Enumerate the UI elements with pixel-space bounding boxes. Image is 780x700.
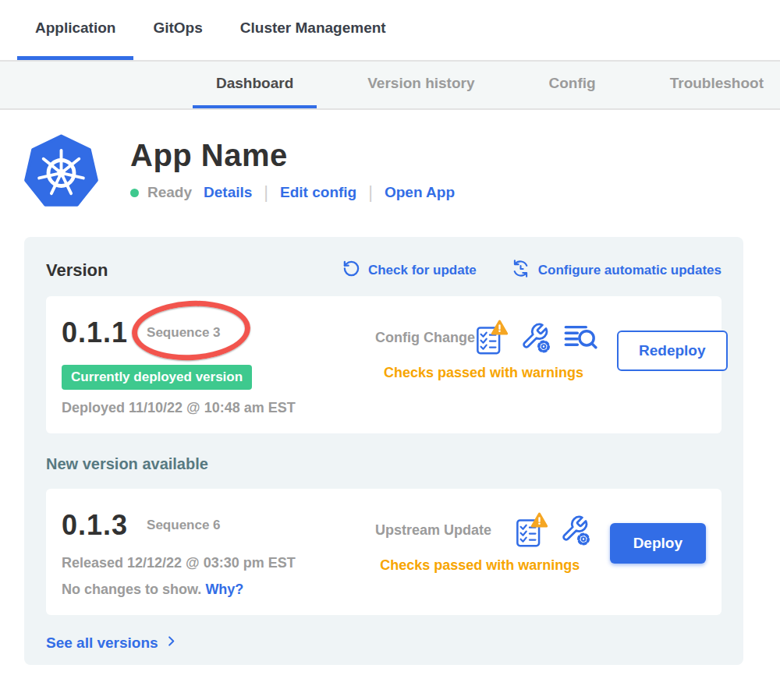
details-link[interactable]: Details [204,184,252,201]
primary-nav: Application GitOps Cluster Management [0,0,780,60]
preflight-checks-icon[interactable] [475,320,508,355]
new-version-heading: New version available [46,455,722,473]
released-timestamp: Released 12/12/22 @ 03:30 pm EST [62,555,327,571]
tab-troubleshoot[interactable]: Troubleshoot [647,62,780,108]
configure-automatic-updates-link[interactable]: Configure automatic updates [511,259,722,282]
status-dot-icon [130,189,139,197]
available-version-number: 0.1.3 [62,509,128,542]
tab-version-history[interactable]: Version history [344,62,498,108]
see-all-versions-link[interactable]: See all versions [46,634,179,652]
open-app-link[interactable]: Open App [385,184,455,201]
preflight-checks-icon[interactable] [515,512,548,548]
no-changes-text: No changes to show. Why? [62,582,327,598]
refresh-icon [342,260,360,281]
version-card-title: Version [46,260,108,281]
why-link[interactable]: Why? [205,582,243,597]
secondary-nav: Dashboard Version history Config Trouble… [0,60,780,110]
file-search-icon[interactable] [564,322,598,353]
current-version-row: 0.1.1 Sequence 3 Currently deployed vers… [46,296,722,433]
version-card: Version Check for update [24,237,743,665]
tab-config[interactable]: Config [526,62,619,108]
wrench-gear-icon[interactable] [520,322,551,353]
checks-status-text: Checks passed with warnings [327,365,609,381]
check-for-update-label: Check for update [368,263,477,278]
see-all-versions-label: See all versions [46,635,158,652]
app-status-label: Ready [147,184,192,201]
version-source-label: Config Change [375,330,475,346]
redeploy-button[interactable]: Redeploy [617,331,728,371]
current-version-number: 0.1.1 [62,316,128,349]
version-source-label: Upstream Update [375,522,491,539]
chevron-right-icon [164,634,179,652]
tab-cluster-management-label: Cluster Management [240,19,386,37]
check-for-update-link[interactable]: Check for update [342,259,477,282]
tab-application[interactable]: Application [17,0,133,60]
link-divider: | [368,182,373,203]
current-version-sequence: Sequence 3 [147,325,221,341]
deployed-version-badge: Currently deployed version [62,365,252,390]
tab-application-label: Application [35,19,115,37]
tab-config-label: Config [549,75,596,92]
deployed-timestamp: Deployed 11/10/22 @ 10:48 am EST [62,400,327,416]
kubernetes-logo-icon [23,133,99,211]
tab-gitops-label: GitOps [153,19,202,37]
tab-dashboard[interactable]: Dashboard [193,62,317,108]
checks-status-text: Checks passed with warnings [327,557,602,574]
tab-dashboard-label: Dashboard [216,75,293,92]
deploy-button[interactable]: Deploy [610,523,706,564]
no-changes-label: No changes to show. [62,582,201,597]
configure-automatic-updates-label: Configure automatic updates [538,263,722,278]
app-header: App Name Ready Details | Edit config | O… [23,133,780,211]
link-divider: | [264,182,268,203]
available-version-row: 0.1.3 Sequence 6 Released 12/12/22 @ 03:… [46,489,722,615]
tab-cluster-management[interactable]: Cluster Management [222,0,404,60]
tab-version-history-label: Version history [367,75,474,92]
clock-refresh-icon [511,259,530,282]
tab-troubleshoot-label: Troubleshoot [670,75,764,92]
available-version-sequence: Sequence 6 [147,518,221,533]
wrench-gear-icon[interactable] [560,514,591,546]
app-name-title: App Name [130,138,455,173]
edit-config-link[interactable]: Edit config [280,184,356,201]
tab-gitops[interactable]: GitOps [135,0,220,60]
